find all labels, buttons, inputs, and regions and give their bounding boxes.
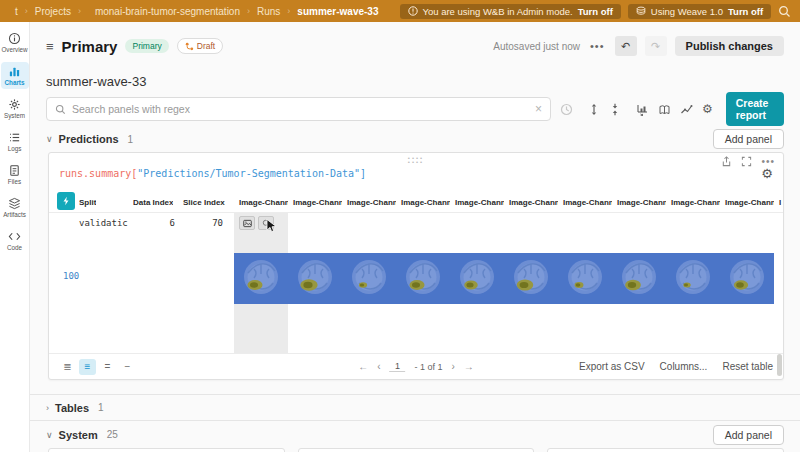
breadcrumb-projects[interactable]: Projects bbox=[35, 6, 71, 17]
segmentation-image[interactable] bbox=[288, 253, 342, 304]
column-header-image-channel[interactable]: Image-Channe bbox=[342, 191, 396, 213]
breadcrumb-run-name[interactable]: summer-wave-33 bbox=[297, 6, 378, 17]
history-icon[interactable] bbox=[560, 102, 573, 116]
section-title[interactable]: Tables bbox=[55, 402, 89, 414]
add-panel-button[interactable]: Add panel bbox=[713, 425, 784, 445]
first-page-icon[interactable]: ← bbox=[358, 361, 368, 372]
admin-turn-off-button[interactable]: Turn off bbox=[578, 6, 613, 17]
system-panel-card[interactable] bbox=[48, 448, 285, 452]
log-list-icon bbox=[8, 131, 21, 144]
column-header-image-channel[interactable]: Image-Channe bbox=[558, 191, 612, 213]
column-header-data-index[interactable]: Data Index bbox=[133, 191, 173, 213]
search-icon[interactable] bbox=[778, 5, 791, 18]
system-panel-card[interactable] bbox=[547, 448, 784, 452]
section-count: 25 bbox=[107, 429, 118, 440]
table-row[interactable]: validatic 6 70 bbox=[49, 213, 783, 235]
column-header-image-channel[interactable]: Image-Channe bbox=[234, 191, 288, 213]
last-page-icon[interactable]: → bbox=[464, 361, 474, 372]
sidebar-item-files[interactable]: Files bbox=[1, 161, 29, 188]
segmentation-image[interactable] bbox=[234, 253, 288, 304]
collapse-panels-icon[interactable] bbox=[609, 102, 621, 116]
redo-button[interactable]: ↷ bbox=[645, 36, 667, 56]
page-input[interactable] bbox=[389, 361, 405, 372]
predictions-table-panel[interactable]: •••••••• ••• runs.summary["Predictions/T… bbox=[48, 152, 784, 380]
segmentation-image[interactable] bbox=[720, 253, 774, 304]
column-header-image-channel-truncated[interactable]: I bbox=[774, 191, 783, 213]
sidebar-item-system[interactable]: System bbox=[1, 95, 29, 122]
weave-icon bbox=[636, 6, 646, 16]
columns-button[interactable]: Columns... bbox=[660, 361, 708, 372]
section-title[interactable]: Predictions bbox=[59, 133, 119, 145]
share-icon[interactable] bbox=[721, 156, 732, 167]
sidebar-item-overview[interactable]: Overview bbox=[1, 29, 29, 56]
sidebar-item-code[interactable]: Code bbox=[1, 227, 29, 254]
axis-settings-icon[interactable] bbox=[636, 102, 649, 116]
row-height-dense-icon[interactable]: ≣ bbox=[59, 359, 76, 375]
create-report-button[interactable]: Create report bbox=[726, 92, 784, 126]
sidebar-label: System bbox=[4, 112, 25, 119]
section-predictions: ∨ Predictions 1 Add panel bbox=[30, 128, 800, 150]
export-csv-button[interactable]: Export as CSV bbox=[579, 361, 645, 372]
add-panel-button[interactable]: Add panel bbox=[713, 129, 784, 149]
sidebar-item-logs[interactable]: Logs bbox=[1, 128, 29, 155]
sparkline-icon[interactable] bbox=[680, 102, 693, 116]
image-panel-button[interactable] bbox=[239, 216, 255, 230]
publish-changes-button[interactable]: Publish changes bbox=[675, 36, 784, 56]
admin-mode-banner: You are using W&B in Admin mode. Turn of… bbox=[400, 4, 621, 19]
segmentation-image[interactable] bbox=[450, 253, 504, 304]
info-circle-icon bbox=[8, 32, 21, 45]
breadcrumb-runs[interactable]: Runs bbox=[257, 6, 280, 17]
expand-panels-icon[interactable] bbox=[588, 102, 600, 116]
segmentation-image[interactable] bbox=[666, 253, 720, 304]
layers-icon bbox=[8, 197, 21, 210]
reset-table-button[interactable]: Reset table bbox=[722, 361, 773, 372]
top-navbar: t › Projects › monai-brain-tumor-segment… bbox=[0, 0, 800, 22]
segmentation-image[interactable] bbox=[558, 253, 612, 304]
panel-query[interactable]: runs.summary["Predictions/Tumor-Segmenta… bbox=[59, 168, 366, 179]
breadcrumb-entity[interactable]: t bbox=[15, 6, 18, 17]
column-header-image-channel[interactable]: Image-Channe bbox=[720, 191, 774, 213]
chevron-right-icon[interactable]: › bbox=[46, 403, 49, 413]
column-header-image-channel[interactable]: Image-Channe bbox=[504, 191, 558, 213]
chevron-down-icon[interactable]: ∨ bbox=[46, 430, 53, 440]
column-header-image-channel[interactable]: Image-Channe bbox=[666, 191, 720, 213]
section-tables: › Tables 1 bbox=[30, 394, 800, 420]
segmentation-image[interactable] bbox=[612, 253, 666, 304]
system-panel-card[interactable] bbox=[298, 448, 535, 452]
segmentation-image[interactable] bbox=[396, 253, 450, 304]
breadcrumb-project[interactable]: monai-brain-tumor-segmentation bbox=[95, 6, 240, 17]
column-header-image-channel[interactable]: Image-Channe bbox=[612, 191, 666, 213]
drag-handle[interactable]: •••••••• bbox=[408, 156, 424, 164]
sidebar-item-charts[interactable]: Charts bbox=[1, 62, 29, 89]
search-input[interactable] bbox=[72, 103, 529, 115]
segmentation-image[interactable] bbox=[504, 253, 558, 304]
panel-toolbar: × ⚙ Create report bbox=[30, 96, 800, 122]
prev-page-icon[interactable]: ‹ bbox=[377, 361, 380, 372]
column-header-image-channel[interactable]: Image-Channe bbox=[288, 191, 342, 213]
panel-scrollbar[interactable] bbox=[777, 354, 782, 376]
section-title[interactable]: System bbox=[59, 429, 98, 441]
chevron-down-icon[interactable]: ∨ bbox=[46, 134, 53, 144]
column-header-image-channel[interactable]: Image-Channe bbox=[396, 191, 450, 213]
panel-layout-icon[interactable] bbox=[658, 102, 671, 116]
sidebar-item-artifacts[interactable]: Artifacts bbox=[1, 194, 29, 221]
weave-turn-off-button[interactable]: Turn off bbox=[728, 6, 763, 17]
workspace-settings-gear-icon[interactable]: ⚙ bbox=[702, 102, 713, 116]
column-header-image-channel[interactable]: Image-Channe bbox=[450, 191, 504, 213]
panel-settings-gear-icon[interactable]: ⚙ bbox=[761, 167, 773, 180]
undo-button[interactable]: ↶ bbox=[615, 36, 637, 56]
menu-icon[interactable]: ≡ bbox=[46, 39, 54, 54]
segmentation-image-row[interactable] bbox=[234, 253, 774, 304]
row-height-single-icon[interactable]: − bbox=[119, 359, 136, 375]
clear-search-icon[interactable]: × bbox=[535, 102, 542, 116]
segmentation-image[interactable] bbox=[342, 253, 396, 304]
row-height-medium-icon[interactable]: ≡ bbox=[79, 359, 96, 375]
table-actions-icon[interactable] bbox=[57, 192, 75, 210]
next-page-icon[interactable]: › bbox=[452, 361, 455, 372]
overflow-menu-icon[interactable]: ••• bbox=[590, 40, 605, 52]
panel-search-box[interactable]: × bbox=[46, 97, 551, 121]
fullscreen-icon[interactable] bbox=[741, 156, 752, 167]
column-header-slice-index[interactable]: Slice Index bbox=[183, 191, 225, 213]
row-height-tall-icon[interactable]: = bbox=[99, 359, 116, 375]
column-header-split[interactable]: Split bbox=[79, 191, 96, 213]
